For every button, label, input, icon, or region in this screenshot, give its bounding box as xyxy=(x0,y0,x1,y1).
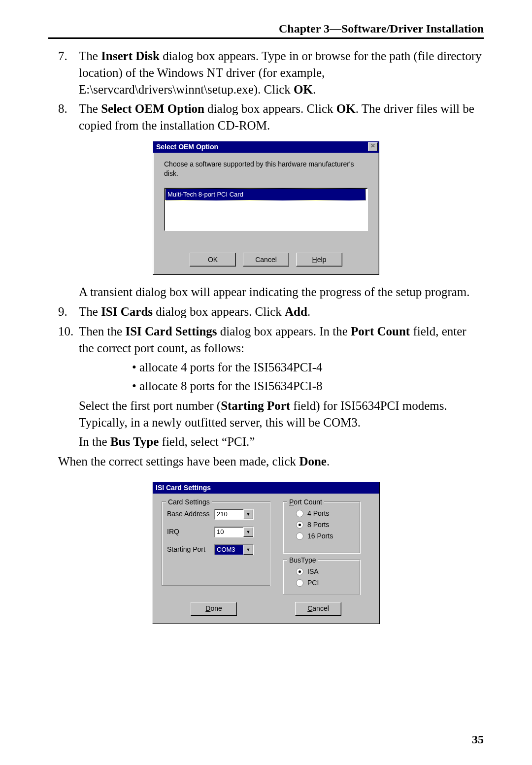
done-rest: one xyxy=(210,604,222,613)
starting-port-label: Starting Port xyxy=(167,545,210,554)
step-10-final-bold: Done xyxy=(299,455,327,468)
bustype-legend: BusType xyxy=(287,556,318,565)
step-7-text-a: The xyxy=(79,49,101,63)
step-10-bullet-2: • allocate 8 ports for the ISI5634PCI-8 xyxy=(48,378,484,395)
step-8-bold-a: Select OEM Option xyxy=(101,102,204,115)
port-count-group: Port Count 4 Ports 8 Ports 16 Ports xyxy=(283,501,361,554)
step-8-bold-b: OK xyxy=(336,102,356,115)
port-count-accel: P xyxy=(289,498,294,506)
radio-icon xyxy=(296,510,303,517)
step-9-number: 9. xyxy=(48,303,79,320)
ports-4-label: 4 Ports xyxy=(307,509,329,518)
step-10-number: 10. xyxy=(48,323,79,357)
step-8-after: A transient dialog box will appear indic… xyxy=(48,284,484,300)
done-accel: D xyxy=(205,604,210,613)
ports-4-radio[interactable]: 4 Ports xyxy=(288,509,355,518)
step-10-para2-bold: Starting Port xyxy=(221,399,290,412)
step-10-final-a: When the correct settings have been made… xyxy=(58,455,299,468)
step-9-bold-a: ISI Cards xyxy=(101,305,153,318)
step-7: 7. The Insert Disk dialog box appears. T… xyxy=(48,48,484,98)
isa-label: ISA xyxy=(307,567,319,576)
cancel-button[interactable]: Cancel xyxy=(295,602,341,616)
step-8-text-a: The xyxy=(79,102,101,115)
chevron-down-icon[interactable]: ▼ xyxy=(243,545,253,555)
card-settings-legend: Card Settings xyxy=(166,498,212,507)
page-header: Chapter 3—Software/Driver Installation xyxy=(48,22,484,39)
step-7-number: 7. xyxy=(48,48,79,98)
oem-option-listbox[interactable]: Multi-Tech 8-port PCI Card xyxy=(164,188,368,231)
step-10-para3-b: field, select “PCI.” xyxy=(159,435,255,448)
step-10-bold-b: Port Count xyxy=(351,325,410,338)
base-address-label: Base Address xyxy=(167,509,210,519)
port-count-legend: Port Count xyxy=(287,498,324,507)
step-10: 10. Then the ISI Card Settings dialog bo… xyxy=(48,323,484,357)
step-8-text-b: dialog box appears. Click xyxy=(204,102,336,115)
card-settings-group: Card Settings Base Address 210▼ IRQ 10▼ … xyxy=(162,501,271,586)
close-icon[interactable]: ✕ xyxy=(368,142,378,151)
step-10-para3-a: In the xyxy=(79,435,110,448)
dialog-titlebar: Select OEM Option ✕ xyxy=(153,141,379,153)
help-rest: elp xyxy=(317,255,327,265)
ports-8-label: 8 Ports xyxy=(307,520,329,530)
step-9-text-a: The xyxy=(79,305,101,318)
isa-radio[interactable]: ISA xyxy=(288,567,355,576)
ports-8-radio[interactable]: 8 Ports xyxy=(288,520,355,530)
radio-icon xyxy=(296,568,303,575)
step-7-bold-a: Insert Disk xyxy=(101,49,160,63)
step-10-para2-a: Select the first port number ( xyxy=(79,399,221,412)
step-10-final-b: . xyxy=(327,455,330,468)
help-accel: H xyxy=(312,255,317,265)
cancel-button[interactable]: Cancel xyxy=(243,253,289,266)
radio-icon xyxy=(296,532,303,540)
pci-label: PCI xyxy=(307,578,319,588)
dialog-message: Choose a software supported by this hard… xyxy=(164,160,368,178)
chevron-down-icon[interactable]: ▼ xyxy=(243,527,253,537)
help-button[interactable]: Help xyxy=(296,253,342,266)
step-10-text-a: Then the xyxy=(79,325,125,338)
bustype-group: BusType ISA PCI xyxy=(283,560,361,595)
starting-port-value: COM3 xyxy=(217,545,235,554)
page-number: 35 xyxy=(472,733,484,746)
radio-icon xyxy=(296,579,303,587)
ports-16-label: 16 Ports xyxy=(307,532,333,541)
ports-16-radio[interactable]: 16 Ports xyxy=(288,532,355,541)
select-oem-option-dialog: Select OEM Option ✕ Choose a software su… xyxy=(153,141,379,275)
step-8: 8. The Select OEM Option dialog box appe… xyxy=(48,100,484,134)
isi-card-settings-dialog: ISI Card Settings Card Settings Base Add… xyxy=(152,482,380,624)
dialog-title: Select OEM Option xyxy=(156,142,218,152)
starting-port-combo[interactable]: COM3▼ xyxy=(214,544,254,555)
step-9: 9. The ISI Cards dialog box appears. Cli… xyxy=(48,303,484,320)
step-9-bold-b: Add xyxy=(285,305,307,318)
radio-icon xyxy=(296,521,303,529)
step-10-para3-bold: Bus Type xyxy=(110,435,159,448)
irq-combo[interactable]: 10▼ xyxy=(214,527,254,537)
step-7-bold-b: OK xyxy=(294,83,313,96)
dialog-titlebar: ISI Card Settings xyxy=(153,482,379,494)
cancel-accel: C xyxy=(307,604,312,613)
step-7-text-c: . xyxy=(313,83,316,96)
step-10-bold-a: ISI Card Settings xyxy=(125,325,217,338)
base-address-combo[interactable]: 210▼ xyxy=(214,509,254,520)
step-10-text-b: dialog box appears. In the xyxy=(217,325,351,338)
ok-button[interactable]: OK xyxy=(190,253,236,266)
step-10-bullet-1: • allocate 4 ports for the ISI5634PCI-4 xyxy=(48,359,484,376)
base-address-value: 210 xyxy=(217,510,228,519)
irq-label: IRQ xyxy=(167,527,210,536)
step-9-text-b: dialog box appears. Click xyxy=(153,305,285,318)
oem-option-item[interactable]: Multi-Tech 8-port PCI Card xyxy=(165,189,366,200)
step-9-text-c: . xyxy=(307,305,310,318)
cancel-rest: ancel xyxy=(312,604,329,613)
chevron-down-icon[interactable]: ▼ xyxy=(243,509,253,519)
port-count-rest: ort Count xyxy=(294,498,322,506)
step-8-number: 8. xyxy=(48,100,79,134)
dialog-title: ISI Card Settings xyxy=(156,483,211,493)
done-button[interactable]: Done xyxy=(191,602,237,616)
pci-radio[interactable]: PCI xyxy=(288,578,355,588)
irq-value: 10 xyxy=(217,528,224,536)
